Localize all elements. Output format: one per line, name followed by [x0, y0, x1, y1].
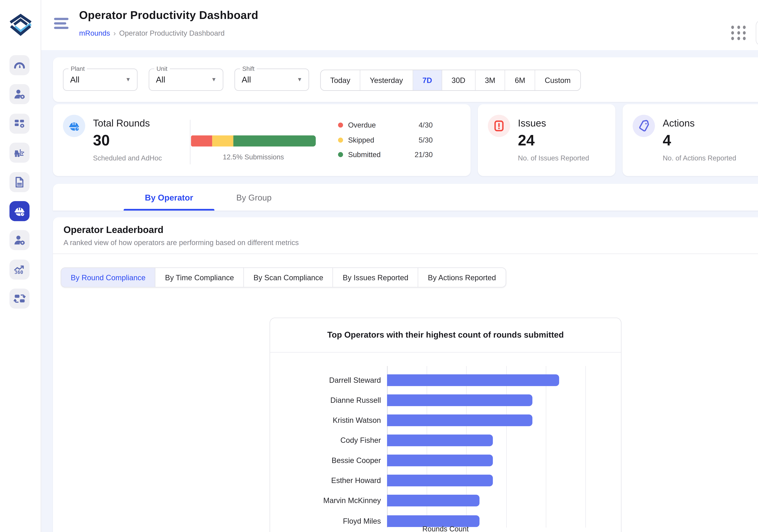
app-launcher-icon[interactable] [731, 26, 747, 40]
chevron-down-icon: ▼ [211, 76, 217, 82]
chart-row: Cody Fisher [279, 430, 612, 450]
leaderboard-metric-tabs: By Round Compliance By Time Compliance B… [61, 267, 506, 287]
operator-name-label: Darrell Steward [279, 376, 387, 384]
issues-caption: No. of Issues Reported [518, 155, 589, 162]
legend-row-skipped: Skipped 5/30 [338, 136, 433, 144]
top-operators-chart-card: Top Operators with their highest count o… [269, 318, 622, 532]
sidebar-nav: 360 [9, 55, 29, 309]
rounds-bar [387, 495, 479, 507]
tab-by-group[interactable]: By Group [229, 184, 279, 210]
sidebar-item-user-settings[interactable] [9, 84, 29, 104]
total-rounds-title: Total Rounds [93, 118, 150, 129]
page-title: Operator Productivity Dashboard [79, 9, 258, 22]
actions-value: 4 [663, 132, 671, 149]
chevron-down-icon: ▼ [297, 76, 302, 82]
overdue-value: 4/30 [419, 121, 433, 129]
chart-row: Kristin Watson [279, 410, 612, 430]
submitted-dot-icon [338, 152, 343, 157]
range-7d-button[interactable]: 7D [413, 70, 442, 90]
sidebar: 360 [0, 0, 41, 532]
chart-row: Darrell Steward [279, 370, 612, 390]
plant-select[interactable]: Plant All ▼ [63, 69, 137, 91]
chevron-down-icon: ▼ [125, 76, 131, 82]
range-custom-button[interactable]: Custom [535, 70, 580, 90]
issues-card: Issues 24 No. of Issues Reported [478, 104, 615, 176]
divider [270, 352, 621, 353]
submitted-label: Submitted [348, 151, 381, 159]
chart-row: Marvin McKinney [279, 491, 612, 511]
chart-row: Bessie Cooper [279, 450, 612, 471]
operator-name-label: Cody Fisher [279, 436, 387, 444]
account-menu[interactable]: INNOVAPPTIVE [756, 20, 758, 46]
bar-segment-overdue [191, 135, 212, 147]
sidebar-item-operator-settings[interactable] [9, 230, 29, 250]
plant-select-label: Plant [69, 65, 87, 72]
rounds-status-legend: Overdue 4/30 Skipped 5/30 Submitted 21/3… [338, 121, 433, 159]
unit-select-value: All [156, 75, 165, 84]
actions-tag-icon [633, 115, 655, 137]
rounds-bar [387, 414, 533, 426]
range-6m-button[interactable]: 6M [505, 70, 535, 90]
rounds-bar [387, 394, 533, 406]
rounds-bar [387, 475, 493, 486]
operator-name-label: Esther Howard [279, 477, 387, 485]
total-rounds-card: Total Rounds 30 Scheduled and AdHoc 12.5… [53, 104, 470, 176]
chart-title: Top Operators with their highest count o… [270, 330, 621, 339]
issues-title: Issues [518, 118, 546, 129]
operator-leaderboard-card: Operator Leaderboard A ranked view of ho… [53, 217, 758, 532]
innovapptive-logo-icon[interactable] [8, 12, 33, 36]
tab-by-scan-compliance[interactable]: By Scan Compliance [244, 268, 333, 287]
sidebar-item-data-sync[interactable] [9, 289, 29, 309]
x-axis-label: Rounds Count [270, 525, 621, 532]
skipped-dot-icon [338, 137, 343, 142]
unit-select-label: Unit [154, 65, 170, 72]
sidebar-item-documents[interactable] [9, 172, 29, 192]
overdue-label: Overdue [348, 121, 376, 129]
sidebar-item-mrounds[interactable] [9, 201, 29, 221]
menu-hamburger-icon[interactable] [54, 18, 69, 29]
chart-row: Esther Howard [279, 471, 612, 491]
tab-by-operator[interactable]: By Operator [124, 184, 215, 210]
total-rounds-value: 30 [93, 132, 110, 149]
legend-row-overdue: Overdue 4/30 [338, 121, 433, 129]
unit-select[interactable]: Unit All ▼ [149, 69, 223, 91]
range-30d-button[interactable]: 30D [442, 70, 475, 90]
tab-by-time-compliance[interactable]: By Time Compliance [155, 268, 244, 287]
tab-by-actions-reported[interactable]: By Actions Reported [418, 268, 505, 287]
submitted-value: 21/30 [415, 151, 433, 159]
sidebar-item-apps-settings[interactable] [9, 114, 29, 134]
tab-by-round-compliance[interactable]: By Round Compliance [61, 268, 155, 287]
legend-row-submitted: Submitted 21/30 [338, 151, 433, 159]
actions-card: Actions 4 No. of Actions Reported [623, 104, 758, 176]
divider [190, 120, 190, 164]
operator-name-label: Kristin Watson [279, 416, 387, 424]
breadcrumb-separator: › [113, 29, 116, 37]
issues-value: 24 [518, 132, 534, 149]
skipped-label: Skipped [348, 136, 374, 144]
rounds-bar [387, 455, 493, 466]
top-header: Operator Productivity Dashboard mRounds … [0, 0, 758, 50]
active-tab-underline [124, 209, 215, 211]
hardhat-rounds-icon [63, 115, 85, 137]
view-tabs-bar: By Operator By Group [53, 184, 758, 210]
range-yesterday-button[interactable]: Yesterday [361, 70, 413, 90]
breadcrumb: mRounds › Operator Productivity Dashboar… [79, 29, 225, 37]
overdue-dot-icon [338, 123, 343, 127]
rounds-bar [387, 374, 559, 386]
sidebar-item-insights-360[interactable]: 360 [9, 260, 29, 279]
rounds-bar [387, 435, 493, 446]
app-window: Operator Productivity Dashboard mRounds … [0, 0, 758, 532]
plant-select-value: All [70, 75, 80, 84]
rounds-status-stacked-bar [191, 135, 316, 147]
leaderboard-title: Operator Leaderboard [63, 225, 163, 235]
actions-title: Actions [663, 118, 695, 129]
sidebar-item-dashboard[interactable] [9, 55, 29, 75]
date-range-group: Today Yesterday 7D 30D 3M 6M Custom [320, 70, 581, 91]
shift-select-label: Shift [240, 65, 257, 72]
range-3m-button[interactable]: 3M [475, 70, 505, 90]
range-today-button[interactable]: Today [321, 70, 361, 90]
shift-select[interactable]: Shift All ▼ [234, 69, 309, 91]
sidebar-item-forklift[interactable] [9, 143, 29, 163]
breadcrumb-mrounds-link[interactable]: mRounds [79, 29, 110, 37]
tab-by-issues-reported[interactable]: By Issues Reported [333, 268, 418, 287]
